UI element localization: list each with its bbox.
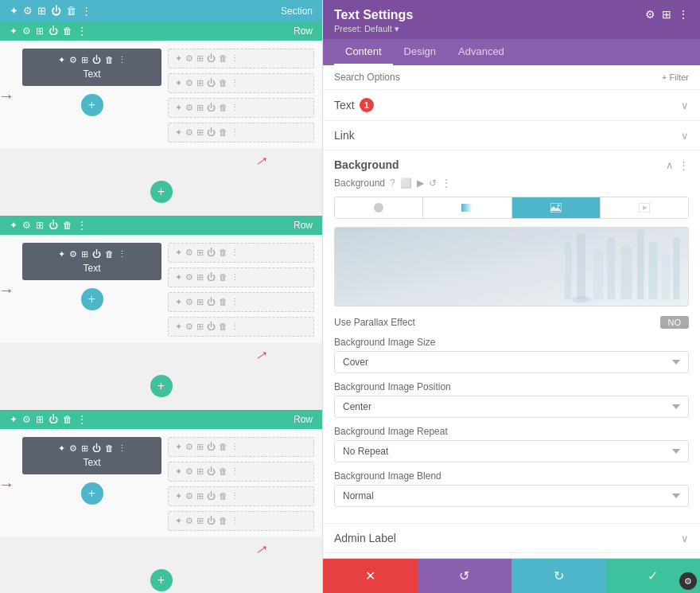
trash-icon[interactable]: 🗑 [219,516,228,526]
trash-icon[interactable]: 🗑 [63,414,72,425]
trash-icon[interactable]: 🗑 [219,248,228,258]
gear-icon[interactable]: ⚙ [22,25,31,37]
grid-icon[interactable]: ⊞ [196,491,204,501]
more-icon[interactable]: ⋮ [231,103,239,113]
gear-icon[interactable]: ⚙ [185,53,193,64]
filter-button[interactable]: + Filter [662,72,689,82]
more-icon[interactable]: ⋮ [231,53,239,64]
trash-icon[interactable]: 🗑 [219,53,228,64]
add-icon[interactable]: ✦ [175,442,182,452]
power-icon[interactable]: ⏻ [49,220,58,231]
redo-button[interactable]: ↻ [511,559,606,593]
chevron-down-icon[interactable]: ∨ [681,130,689,142]
col-1-4[interactable]: ✦ ⚙ ⊞ ⏻ 🗑 ⋮ [168,123,314,142]
add-icon[interactable]: ✦ [10,5,18,17]
bg-tab-image[interactable] [512,197,601,218]
grid-icon[interactable]: ⊞ [37,5,46,17]
col-3-1[interactable]: ✦ ⚙ ⊞ ⏻ 🗑 ⋮ [168,437,314,457]
more-icon[interactable]: ⋮ [77,25,87,37]
trash-icon[interactable]: 🗑 [219,78,228,88]
text-module-2[interactable]: ✦ ⚙ ⊞ ⏻ 🗑 ⋮ Text [22,243,161,280]
parallax-toggle[interactable]: NO [660,316,690,329]
add-icon[interactable]: ✦ [175,272,182,283]
add-row-btn-2[interactable]: + [150,375,173,397]
grid-icon[interactable]: ⊞ [36,220,44,231]
trash-icon[interactable]: 🗑 [63,220,72,231]
trash-icon[interactable]: 🗑 [219,466,228,477]
add-icon[interactable]: ✦ [10,25,18,37]
power-icon[interactable]: ⏻ [207,103,216,113]
gear-icon[interactable]: ⚙ [185,442,193,452]
more-icon[interactable]: ⋮ [118,443,126,454]
settings-icon[interactable]: ⚙ [645,8,655,21]
col-3-3[interactable]: ✦ ⚙ ⊞ ⏻ 🗑 ⋮ [168,486,314,506]
gear-icon[interactable]: ⚙ [185,103,193,113]
tab-advanced[interactable]: Advanced [447,39,515,65]
add-icon[interactable]: ✦ [175,127,182,138]
gear-icon[interactable]: ⚙ [185,491,193,501]
power-icon[interactable]: ⏻ [49,414,58,425]
gear-icon[interactable]: ⚙ [185,248,193,258]
add-module-btn-1[interactable]: + [81,94,103,116]
section-bar-icons[interactable]: ✦ ⚙ ⊞ ⏻ 🗑 ⋮ [10,5,91,17]
power-icon[interactable]: ⏻ [92,249,101,259]
row-3-icons[interactable]: ✦ ⚙ ⊞ ⏻ 🗑 ⋮ [10,414,87,425]
trash-icon[interactable]: 🗑 [219,103,228,113]
grid-icon[interactable]: ⊞ [196,103,204,113]
col-1-1-icons[interactable]: ✦ ⚙ ⊞ ⏻ 🗑 ⋮ [175,53,239,64]
add-icon[interactable]: ✦ [175,248,182,258]
undo-button[interactable]: ↺ [418,559,512,593]
col-2-3[interactable]: ✦ ⚙ ⊞ ⏻ 🗑 ⋮ [168,292,314,312]
grid-icon[interactable]: ⊞ [662,8,671,21]
grid-icon[interactable]: ⊞ [196,272,204,283]
gear-icon[interactable]: ⚙ [69,55,77,65]
undo-icon[interactable]: ↺ [429,178,437,189]
more-icon[interactable]: ⋮ [77,414,87,425]
power-icon[interactable]: ⏻ [207,466,216,477]
power-icon[interactable]: ⏻ [207,78,216,88]
add-icon[interactable]: ✦ [175,466,182,477]
row-2-icons[interactable]: ✦ ⚙ ⊞ ⏻ 🗑 ⋮ [10,220,87,231]
trash-icon[interactable]: 🗑 [105,443,114,454]
add-icon[interactable]: ✦ [58,55,65,65]
text-section-controls[interactable]: ∨ [681,99,689,111]
more-icon[interactable]: ⋮ [81,5,91,17]
image-size-select[interactable]: Cover [334,351,689,373]
text-module-3[interactable]: ✦ ⚙ ⊞ ⏻ 🗑 ⋮ Text [22,437,161,474]
gear-icon[interactable]: ⚙ [23,5,33,17]
col-2-4[interactable]: ✦ ⚙ ⊞ ⏻ 🗑 ⋮ [168,317,314,337]
power-icon[interactable]: ⏻ [207,127,216,138]
image-repeat-select[interactable]: No Repeat [334,440,689,462]
section-bar[interactable]: ✦ ⚙ ⊞ ⏻ 🗑 ⋮ Section [0,0,322,21]
chevron-up-icon[interactable]: ∧ [666,159,674,171]
more-icon[interactable]: ⋮ [679,159,689,171]
power-icon[interactable]: ⏻ [49,25,58,37]
more-icon[interactable]: ⋮ [231,516,239,526]
search-input[interactable] [334,72,662,83]
more-icon[interactable]: ⋮ [231,322,239,332]
add-icon[interactable]: ✦ [175,516,182,526]
gear-icon[interactable]: ⚙ [185,127,193,138]
add-icon[interactable]: ✦ [175,103,182,113]
more-icon[interactable]: ⋮ [231,78,239,88]
row-1-icons[interactable]: ✦ ⚙ ⊞ ⏻ 🗑 ⋮ [10,25,87,37]
gear-icon[interactable]: ⚙ [185,297,193,307]
grid-icon[interactable]: ⊞ [81,443,88,454]
more-icon[interactable]: ⋮ [231,127,239,138]
image-blend-select[interactable]: Normal [334,485,689,507]
gear-icon[interactable]: ⚙ [185,78,193,88]
add-icon[interactable]: ✦ [175,491,182,501]
text-module-1[interactable]: ✦ ⚙ ⊞ ⏻ 🗑 ⋮ Text [22,49,161,86]
link-section-controls[interactable]: ∨ [681,130,689,142]
tab-content[interactable]: Content [334,39,393,65]
trash-icon[interactable]: 🗑 [63,25,72,37]
power-icon[interactable]: ⏻ [207,53,216,64]
add-module-btn-2[interactable]: + [81,288,103,310]
power-icon[interactable]: ⏻ [207,516,216,526]
color-swatch-icon[interactable]: ⬜ [400,178,412,189]
background-type-tabs[interactable] [334,197,689,219]
power-icon[interactable]: ⏻ [207,297,216,307]
grid-icon[interactable]: ⊞ [36,414,44,425]
more-icon[interactable]: ⋮ [118,55,126,65]
grid-icon[interactable]: ⊞ [36,25,44,37]
